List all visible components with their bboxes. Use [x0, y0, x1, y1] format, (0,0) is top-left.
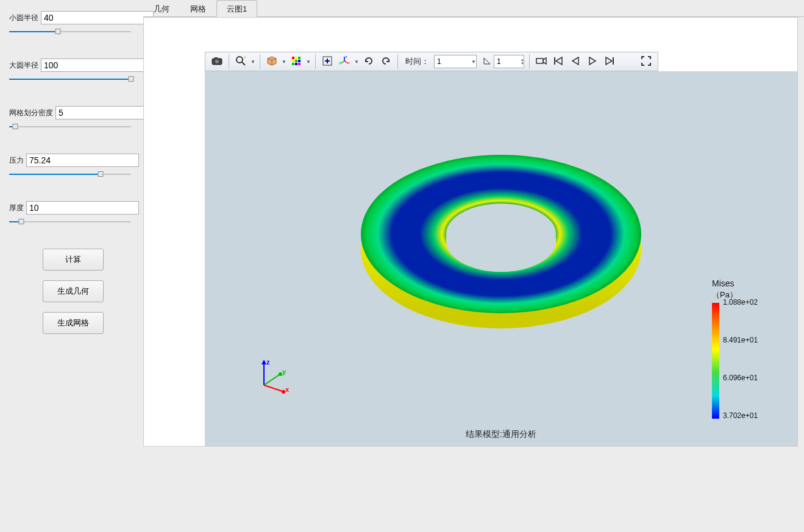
- rotate-ccw-icon: [363, 55, 374, 68]
- legend-title: Mises: [712, 278, 773, 288]
- param-thickness: 厚度: [9, 201, 137, 225]
- svg-rect-12: [295, 63, 297, 65]
- fit-icon: [322, 55, 333, 68]
- rotate-cw-icon: [380, 55, 391, 68]
- main-area: 几何 网格 云图1 ▼ ▼ ▼: [143, 0, 804, 532]
- go-last-button[interactable]: [602, 54, 617, 69]
- param-label: 网格划分密度: [9, 108, 53, 118]
- large-radius-slider[interactable]: [9, 76, 131, 83]
- time-dropdown[interactable]: ▼: [471, 59, 477, 65]
- time-label: 时间：: [405, 56, 429, 67]
- svg-text:x: x: [285, 386, 290, 393]
- play-back-button[interactable]: [567, 54, 583, 69]
- color-dropdown[interactable]: ▼: [305, 59, 311, 65]
- magnifier-icon: [235, 55, 246, 68]
- rubik-cube-icon: [291, 55, 302, 68]
- legend-colorbar: [712, 303, 719, 419]
- skip-last-icon: [605, 57, 614, 67]
- ring-model: [343, 137, 660, 344]
- generate-geometry-button[interactable]: 生成几何: [43, 280, 104, 302]
- svg-rect-7: [298, 57, 301, 59]
- svg-rect-10: [298, 60, 301, 62]
- color-legend: Mises （Pa） 1.088e+02 8.491e+01 6.096e+01…: [712, 278, 773, 419]
- svg-text:x: x: [348, 61, 350, 65]
- svg-line-31: [264, 375, 279, 385]
- svg-rect-6: [295, 57, 297, 59]
- zoom-dropdown[interactable]: ▼: [250, 59, 256, 65]
- color-cube-button[interactable]: [288, 54, 304, 69]
- video-camera-icon: [536, 57, 547, 67]
- thickness-input[interactable]: [26, 201, 139, 215]
- fit-view-button[interactable]: [319, 54, 335, 69]
- axis-gizmo: z y x: [255, 358, 291, 394]
- record-button[interactable]: [533, 54, 549, 69]
- svg-rect-2: [215, 57, 218, 59]
- axis-view-button[interactable]: zxy: [336, 54, 352, 69]
- viewer-toolbar: ▼ ▼ ▼ zxy ▼ 时间：: [205, 52, 658, 71]
- svg-marker-29: [261, 360, 266, 364]
- pressure-slider[interactable]: [9, 171, 131, 178]
- axis-icon: zxy: [339, 55, 350, 68]
- camera-icon: [212, 57, 222, 67]
- fullscreen-button[interactable]: [638, 54, 654, 69]
- svg-text:y: y: [282, 368, 286, 375]
- tabs: 几何 网格 云图1: [143, 0, 804, 17]
- svg-rect-11: [292, 63, 294, 65]
- go-first-button[interactable]: [550, 54, 566, 69]
- play-icon: [588, 57, 597, 67]
- svg-point-3: [237, 57, 243, 63]
- frame-spinner[interactable]: ▲▼: [519, 58, 525, 65]
- play-back-icon: [571, 57, 580, 67]
- svg-rect-13: [298, 63, 301, 65]
- param-label: 压力: [9, 155, 24, 166]
- param-small-radius: 小圆半径: [9, 11, 137, 35]
- svg-rect-9: [295, 60, 297, 62]
- shade-icon: [266, 56, 277, 68]
- skip-first-icon: [553, 57, 563, 67]
- pressure-input[interactable]: [26, 154, 139, 167]
- screenshot-button[interactable]: [209, 54, 225, 69]
- svg-text:y: y: [339, 61, 341, 65]
- tab-contour[interactable]: 云图1: [216, 0, 257, 17]
- legend-ticks: 1.088e+02 8.491e+01 6.096e+01 3.702e+01: [723, 300, 772, 416]
- legend-tick: 3.702e+01: [723, 411, 758, 420]
- generate-mesh-button[interactable]: 生成网格: [43, 312, 104, 334]
- action-buttons: 计算 生成几何 生成网格: [9, 249, 137, 334]
- angle-icon: [483, 57, 491, 67]
- axis-dropdown[interactable]: ▼: [354, 59, 360, 65]
- svg-text:z: z: [266, 358, 270, 366]
- param-label: 大圆半径: [9, 60, 38, 71]
- tab-geometry[interactable]: 几何: [143, 0, 180, 17]
- svg-line-34: [264, 385, 282, 391]
- svg-line-4: [242, 62, 245, 65]
- play-button[interactable]: [585, 54, 600, 69]
- prev-frame-button[interactable]: [482, 54, 493, 69]
- fullscreen-icon: [641, 56, 651, 68]
- svg-point-1: [215, 60, 219, 63]
- mesh-density-slider[interactable]: [9, 123, 131, 130]
- small-radius-slider[interactable]: [9, 28, 131, 35]
- zoom-button[interactable]: [233, 54, 249, 69]
- param-label: 小圆半径: [9, 13, 38, 23]
- rotate-cw-button[interactable]: [378, 54, 394, 69]
- display-mode-button[interactable]: [264, 54, 280, 69]
- tab-mesh[interactable]: 网格: [180, 0, 216, 17]
- svg-rect-8: [292, 60, 294, 62]
- thickness-slider[interactable]: [9, 218, 131, 225]
- compute-button[interactable]: 计算: [43, 249, 104, 271]
- display-dropdown[interactable]: ▼: [281, 59, 287, 65]
- viewport-container: ▼ ▼ ▼ zxy ▼ 时间：: [143, 17, 798, 447]
- large-radius-input[interactable]: [41, 59, 154, 72]
- small-radius-input[interactable]: [41, 11, 154, 24]
- svg-rect-21: [536, 59, 543, 63]
- param-large-radius: 大圆半径: [9, 59, 137, 83]
- 3d-viewport[interactable]: z y x Mises （Pa） 1.088e+02 8.491e+01 6.0…: [205, 71, 797, 446]
- svg-point-27: [446, 211, 556, 272]
- svg-line-17: [341, 61, 344, 63]
- param-pressure: 压力: [9, 154, 137, 178]
- param-label: 厚度: [9, 203, 24, 213]
- parameter-sidebar: 小圆半径 大圆半径 网格划分密度 压力: [9, 11, 137, 334]
- legend-tick: 1.088e+02: [723, 298, 758, 307]
- svg-rect-5: [292, 57, 294, 59]
- rotate-ccw-button[interactable]: [361, 54, 377, 69]
